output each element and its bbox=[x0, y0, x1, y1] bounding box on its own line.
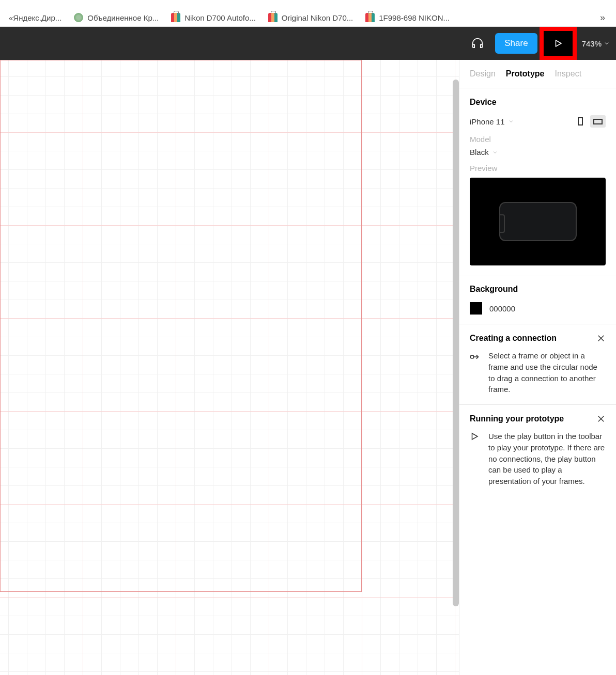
browser-tab-label: Объединенное Кр... bbox=[87, 13, 159, 22]
chevron-down-icon bbox=[604, 40, 610, 46]
device-title: Device bbox=[470, 98, 606, 107]
tabs-overflow-button[interactable]: » bbox=[597, 9, 608, 26]
play-icon bbox=[553, 39, 563, 48]
help-running-prototype: Running your prototype Use the play butt… bbox=[459, 405, 616, 496]
zoom-dropdown[interactable]: 743% bbox=[582, 39, 610, 48]
main-area: Design Prototype Inspect Device iPhone 1… bbox=[0, 60, 616, 675]
browser-tab[interactable]: Объединенное Кр... bbox=[68, 9, 165, 26]
play-icon bbox=[470, 432, 481, 441]
device-section: Device iPhone 11 Model Black bbox=[459, 88, 616, 275]
share-button[interactable]: Share bbox=[495, 33, 537, 54]
background-color-value[interactable]: 000000 bbox=[489, 304, 515, 313]
preview-label: Preview bbox=[470, 164, 606, 172]
share-button-label: Share bbox=[504, 38, 528, 48]
tab-prototype[interactable]: Prototype bbox=[506, 69, 545, 79]
device-name-value: iPhone 11 bbox=[470, 117, 505, 126]
browser-tab[interactable]: Nikon D700 Autofo... bbox=[165, 9, 262, 26]
model-dropdown[interactable]: Black bbox=[470, 148, 606, 156]
chevron-down-icon bbox=[492, 149, 498, 155]
right-panel: Design Prototype Inspect Device iPhone 1… bbox=[459, 60, 616, 675]
canvas-frame[interactable] bbox=[0, 60, 362, 592]
play-button-highlight bbox=[544, 31, 573, 56]
background-section: Background 000000 bbox=[459, 275, 616, 324]
shopping-bag-icon bbox=[171, 13, 180, 22]
help-text: Use the play button in the toolbar to pl… bbox=[488, 431, 606, 487]
close-button[interactable] bbox=[596, 414, 606, 423]
canvas[interactable] bbox=[0, 60, 459, 675]
orientation-group bbox=[573, 115, 606, 128]
phone-frame-icon bbox=[499, 202, 577, 241]
browser-tab[interactable]: Original Nikon D70... bbox=[262, 9, 359, 26]
portrait-icon bbox=[578, 117, 583, 125]
svg-marker-0 bbox=[556, 40, 561, 46]
background-title: Background bbox=[470, 285, 606, 294]
zoom-value: 743% bbox=[582, 39, 602, 48]
browser-tab[interactable]: «Яндекс.Дир... bbox=[3, 9, 68, 26]
help-creating-connection: Creating a connection Select a frame or … bbox=[459, 324, 616, 405]
browser-tabs: «Яндекс.Дир... Объединенное Кр... Nikon … bbox=[0, 0, 616, 27]
landscape-icon bbox=[593, 119, 603, 124]
background-color-swatch[interactable] bbox=[470, 302, 482, 315]
svg-marker-6 bbox=[472, 433, 478, 439]
help-title: Running your prototype bbox=[470, 414, 564, 423]
connection-icon bbox=[470, 351, 481, 363]
device-dropdown[interactable]: iPhone 11 bbox=[470, 117, 514, 126]
browser-tab-label: «Яндекс.Дир... bbox=[9, 13, 61, 22]
orientation-portrait-button[interactable] bbox=[573, 115, 588, 128]
device-preview bbox=[470, 178, 606, 265]
tab-inspect[interactable]: Inspect bbox=[555, 69, 581, 79]
chevron-down-icon bbox=[508, 118, 514, 124]
chevron-right-icon: » bbox=[600, 12, 605, 23]
browser-tab-label: 1F998-698 NIKON... bbox=[379, 13, 450, 22]
shopping-bag-icon bbox=[268, 13, 278, 22]
help-text: Select a frame or object in a frame and … bbox=[488, 350, 606, 395]
vertical-scrollbar[interactable] bbox=[453, 80, 459, 606]
browser-tab-label: Original Nikon D70... bbox=[282, 13, 353, 22]
close-icon bbox=[596, 334, 606, 343]
help-title: Creating a connection bbox=[470, 334, 557, 343]
model-value: Black bbox=[470, 148, 489, 156]
close-button[interactable] bbox=[596, 334, 606, 343]
orientation-landscape-button[interactable] bbox=[590, 115, 606, 128]
headphones-button[interactable] bbox=[466, 32, 489, 55]
globe-icon bbox=[74, 13, 83, 22]
headphones-icon bbox=[470, 36, 485, 51]
browser-tab[interactable]: 1F998-698 NIKON... bbox=[359, 9, 456, 26]
present-button[interactable] bbox=[544, 31, 573, 56]
panel-tabs: Design Prototype Inspect bbox=[459, 60, 616, 88]
tab-design[interactable]: Design bbox=[470, 69, 496, 79]
shopping-bag-icon bbox=[365, 13, 375, 22]
close-icon bbox=[596, 414, 606, 423]
app-toolbar: Share 743% bbox=[0, 27, 616, 60]
svg-rect-3 bbox=[471, 355, 474, 358]
browser-tab-label: Nikon D700 Autofo... bbox=[184, 13, 256, 22]
model-label: Model bbox=[470, 135, 606, 144]
